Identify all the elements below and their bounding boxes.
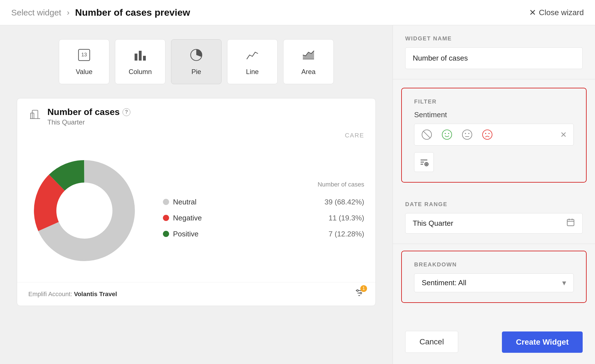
care-badge-row: CARE	[17, 132, 375, 139]
header: Select widget › Number of cases preview …	[0, 0, 595, 25]
date-range-section: DATE RANGE This Quarter	[393, 191, 595, 244]
positive-dot	[163, 231, 169, 237]
sentiment-clear-button[interactable]: ✕	[558, 128, 569, 142]
card-title-block: Number of cases ? This Quarter	[47, 107, 130, 126]
line-label: Line	[246, 68, 259, 76]
svg-point-20	[462, 130, 472, 139]
card-title: Number of cases ?	[47, 107, 130, 117]
right-panel: WIDGET NAME FILTER Sentiment	[393, 25, 595, 364]
svg-point-13	[357, 290, 358, 291]
negative-value: 11 (19.3%)	[329, 214, 364, 222]
svg-point-14	[360, 292, 362, 294]
close-icon: ✕	[529, 8, 536, 17]
svg-point-19	[448, 133, 449, 134]
svg-point-18	[445, 133, 446, 134]
preview-card-footer: Emplifi Account: Volantis Travel 1	[17, 282, 375, 306]
breadcrumb-separator: ›	[67, 8, 69, 17]
svg-point-25	[485, 133, 486, 134]
svg-text:13: 13	[81, 52, 87, 57]
breadcrumb-select-widget[interactable]: Select widget	[11, 8, 61, 17]
breakdown-wrapper: BREAKDOWN Sentiment: All ▾	[393, 244, 595, 311]
widget-type-pie[interactable]: Pie	[171, 39, 222, 84]
svg-point-21	[465, 133, 466, 134]
pie-icon	[189, 48, 203, 64]
chart-legend: Number of cases Neutral 39 (68.42%) Nega…	[140, 181, 364, 241]
filter-icon-button[interactable]: 1	[354, 288, 364, 300]
chart-area: Number of cases Neutral 39 (68.42%) Nega…	[17, 142, 375, 282]
cancel-button[interactable]: Cancel	[405, 331, 458, 353]
value-label: Value	[76, 68, 93, 76]
widget-type-value[interactable]: 13 Value	[59, 39, 109, 84]
svg-rect-33	[567, 219, 574, 226]
positive-label: Positive	[173, 230, 199, 238]
svg-rect-3	[139, 51, 142, 61]
widget-name-input[interactable]	[405, 47, 583, 69]
date-range-input[interactable]: This Quarter	[405, 213, 583, 234]
legend-title: Number of cases	[163, 181, 364, 188]
line-icon	[245, 48, 259, 64]
widget-type-area[interactable]: Area	[283, 39, 334, 84]
card-widget-icon	[28, 108, 42, 124]
filter-count-badge: 1	[360, 285, 367, 292]
donut-chart	[28, 155, 140, 267]
neutral-dot	[163, 199, 169, 205]
breakdown-select[interactable]: Sentiment: All ▾	[414, 273, 574, 292]
date-range-value: This Quarter	[413, 219, 566, 228]
column-icon	[133, 48, 147, 64]
right-sections: WIDGET NAME FILTER Sentiment	[393, 25, 595, 311]
breadcrumb: Select widget › Number of cases preview	[11, 7, 190, 18]
area-icon	[301, 48, 315, 64]
left-panel: 13 Value Column	[0, 25, 393, 364]
widget-type-column[interactable]: Column	[115, 39, 165, 84]
svg-point-17	[442, 130, 452, 139]
sentiment-positive-icon[interactable]	[439, 127, 455, 142]
widget-name-section: WIDGET NAME	[393, 25, 595, 79]
date-range-label: DATE RANGE	[405, 201, 583, 208]
svg-point-26	[488, 133, 490, 134]
sentiment-label: Sentiment	[414, 110, 574, 119]
sentiment-neutral-icon[interactable]	[459, 127, 475, 142]
filter-wrapper: FILTER Sentiment	[393, 79, 595, 183]
svg-rect-2	[135, 54, 137, 61]
svg-point-9	[57, 184, 111, 238]
sentiment-negative-icon[interactable]	[479, 127, 495, 142]
breakdown-section: BREAKDOWN Sentiment: All ▾	[401, 251, 587, 303]
create-widget-button[interactable]: Create Widget	[502, 331, 583, 353]
close-wizard-label: Close wizard	[539, 8, 584, 17]
svg-rect-4	[143, 56, 146, 61]
dropdown-arrow-icon: ▾	[562, 278, 566, 287]
care-badge: CARE	[345, 132, 364, 139]
negative-label: Negative	[173, 214, 202, 222]
breakdown-label: BREAKDOWN	[414, 261, 574, 268]
neutral-value: 39 (68.42%)	[324, 198, 364, 206]
card-subtitle: This Quarter	[47, 118, 130, 126]
add-filter-button[interactable]	[414, 152, 434, 172]
preview-card: Number of cases ? This Quarter CARE	[17, 98, 376, 306]
widget-name-label: WIDGET NAME	[405, 35, 583, 42]
breakdown-value: Sentiment: All	[422, 278, 562, 287]
close-wizard-button[interactable]: ✕ Close wizard	[529, 8, 584, 17]
preview-card-header: Number of cases ? This Quarter	[17, 98, 375, 132]
calendar-icon	[566, 218, 575, 229]
widget-type-line[interactable]: Line	[227, 39, 278, 84]
sentiment-input-row: ✕	[414, 124, 574, 146]
area-label: Area	[301, 68, 316, 76]
value-icon: 13	[77, 48, 91, 64]
legend-item-negative: Negative 11 (19.3%)	[163, 211, 364, 225]
svg-line-16	[423, 131, 430, 138]
help-icon[interactable]: ?	[123, 108, 130, 116]
negative-dot	[163, 215, 169, 221]
widget-type-row: 13 Value Column	[59, 39, 334, 84]
main-layout: 13 Value Column	[0, 25, 595, 364]
filter-label: FILTER	[414, 98, 574, 105]
filter-section: FILTER Sentiment	[401, 88, 587, 183]
legend-item-positive: Positive 7 (12.28%)	[163, 227, 364, 241]
pie-label: Pie	[192, 68, 201, 76]
positive-value: 7 (12.28%)	[329, 230, 364, 238]
sentiment-blocked-icon[interactable]	[419, 127, 435, 142]
breadcrumb-current-page: Number of cases preview	[75, 7, 190, 18]
sentiment-icons	[419, 127, 558, 142]
legend-item-neutral: Neutral 39 (68.42%)	[163, 195, 364, 209]
column-label: Column	[129, 68, 152, 76]
right-footer: Cancel Create Widget	[393, 311, 595, 364]
